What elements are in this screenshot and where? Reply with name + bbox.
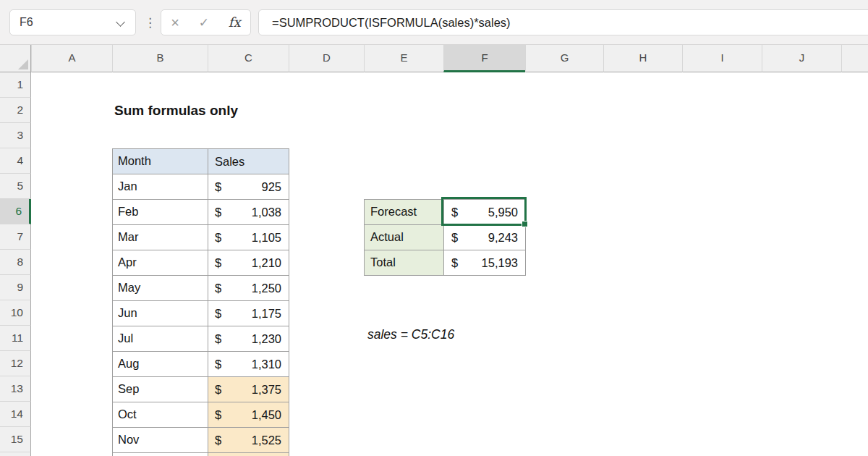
- row-header-16[interactable]: 16: [0, 452, 31, 456]
- cell-month[interactable]: Nov: [113, 428, 208, 453]
- enter-button[interactable]: ✓: [199, 17, 209, 29]
- currency-symbol: $: [215, 358, 221, 371]
- select-all-corner[interactable]: [0, 45, 31, 72]
- row-header-12[interactable]: 12: [0, 351, 31, 376]
- cell-month[interactable]: Jan: [113, 174, 208, 200]
- cell-month[interactable]: Aug: [113, 352, 208, 377]
- currency-symbol: $: [451, 231, 458, 245]
- column-header-g[interactable]: G: [525, 45, 603, 72]
- currency-symbol: $: [215, 383, 221, 397]
- named-range-note-cell[interactable]: sales = C5:C16: [367, 327, 454, 342]
- table-row: Sep $1,375: [113, 377, 289, 402]
- excel-window: F6 ⋮ × ✓ fx =SUMPRODUCT(ISFORMULA(sales)…: [0, 0, 868, 456]
- currency-symbol: $: [215, 180, 221, 194]
- summary-row: Forecast $5,950: [365, 200, 526, 225]
- cell-total-label[interactable]: Total: [365, 250, 444, 276]
- cell-total-value[interactable]: $15,193: [444, 250, 526, 276]
- summary-row: Total $15,193: [365, 250, 526, 276]
- name-box-value: F6: [10, 16, 33, 29]
- cell-actual-value[interactable]: $9,243: [444, 225, 526, 250]
- cell-month[interactable]: May: [113, 276, 208, 301]
- table-row: Nov $1,525: [113, 428, 289, 453]
- currency-symbol: $: [215, 206, 221, 219]
- row-header-11[interactable]: 11: [0, 326, 31, 351]
- more-options-icon: ⋮: [144, 15, 156, 30]
- cell-month[interactable]: Oct: [113, 402, 208, 428]
- cell-sales-highlighted[interactable]: $1,375: [208, 377, 289, 402]
- column-header-e[interactable]: E: [364, 45, 443, 72]
- currency-symbol: $: [215, 231, 221, 245]
- name-box[interactable]: F6: [9, 9, 136, 35]
- column-header-h[interactable]: H: [603, 45, 682, 72]
- cell-sales[interactable]: $1,310: [208, 352, 289, 377]
- column-header-b[interactable]: B: [112, 45, 208, 72]
- chevron-down-icon[interactable]: [116, 17, 125, 27]
- column-header-partial[interactable]: [841, 45, 868, 72]
- header-cell-sales[interactable]: Sales: [208, 149, 289, 174]
- table-row: Aug $1,310: [113, 352, 289, 377]
- column-header-i[interactable]: I: [682, 45, 762, 72]
- cell-month[interactable]: Jun: [113, 301, 208, 326]
- row-header-6-selected[interactable]: 6: [0, 199, 31, 224]
- cell-month[interactable]: [113, 453, 208, 456]
- cell-month[interactable]: Jul: [113, 326, 208, 352]
- currency-symbol: $: [215, 282, 221, 295]
- row-header-2[interactable]: 2: [0, 98, 31, 123]
- currency-symbol: $: [215, 434, 221, 447]
- row-header-15[interactable]: 15: [0, 427, 31, 452]
- sheet-title-cell[interactable]: Sum formulas only: [114, 103, 238, 119]
- column-header-a[interactable]: A: [31, 45, 112, 72]
- row-header-8[interactable]: 8: [0, 250, 31, 275]
- table-row: Jan $925: [113, 174, 289, 200]
- row-header-14[interactable]: 14: [0, 402, 31, 427]
- cell-sales[interactable]: $1,230: [208, 326, 289, 352]
- row-header-3[interactable]: 3: [0, 123, 31, 148]
- table-row: Feb $1,038: [113, 200, 289, 225]
- table-row: Oct $1,450: [113, 402, 289, 428]
- cell-sales[interactable]: $1,175: [208, 301, 289, 326]
- fill-handle[interactable]: [522, 221, 528, 227]
- cell-sales[interactable]: $1,105: [208, 225, 289, 250]
- cell-forecast-value-selected[interactable]: $5,950: [444, 200, 526, 225]
- cell-sales[interactable]: $925: [208, 174, 289, 200]
- summary-row: Actual $9,243: [365, 225, 526, 250]
- row-header-10[interactable]: 10: [0, 300, 31, 326]
- cell-sales-highlighted[interactable]: $1,525: [208, 428, 289, 453]
- cell-sales[interactable]: $1,210: [208, 250, 289, 276]
- row-header-4[interactable]: 4: [0, 148, 31, 174]
- table-row: Jul $1,230: [113, 326, 289, 352]
- cell-month[interactable]: Feb: [113, 200, 208, 225]
- row-header-13[interactable]: 13: [0, 376, 31, 402]
- column-header-d[interactable]: D: [289, 45, 364, 72]
- cell-sales[interactable]: $1,250: [208, 276, 289, 301]
- column-header-j[interactable]: J: [762, 45, 841, 72]
- cell-month[interactable]: Mar: [113, 225, 208, 250]
- table-row: Mar $1,105: [113, 225, 289, 250]
- sales-table: Month Sales Jan $925 Feb $1,038 Mar $1,1…: [112, 148, 289, 456]
- column-header-c[interactable]: C: [208, 45, 289, 72]
- cell-forecast-label[interactable]: Forecast: [365, 200, 444, 225]
- cell-actual-label[interactable]: Actual: [365, 225, 444, 250]
- table-row: May $1,250: [113, 276, 289, 301]
- currency-symbol: $: [215, 408, 221, 422]
- row-header-7[interactable]: 7: [0, 224, 31, 250]
- cell-month[interactable]: Apr: [113, 250, 208, 276]
- summary-table: Forecast $5,950 Actual $9,243 Total $15,…: [364, 199, 526, 276]
- cell-sales[interactable]: $1,038: [208, 200, 289, 225]
- formula-input[interactable]: =SUMPRODUCT(ISFORMULA(sales)*sales): [258, 9, 868, 35]
- currency-symbol: $: [215, 332, 221, 346]
- row-header-1[interactable]: 1: [0, 72, 31, 98]
- cell-sales-highlighted[interactable]: $: [208, 453, 289, 456]
- formula-bar: F6 ⋮ × ✓ fx =SUMPRODUCT(ISFORMULA(sales)…: [0, 0, 868, 45]
- column-header-f-selected[interactable]: F: [443, 45, 525, 72]
- insert-function-button[interactable]: fx: [229, 16, 241, 29]
- table-header-row: Month Sales: [113, 149, 289, 174]
- formula-text: =SUMPRODUCT(ISFORMULA(sales)*sales): [259, 16, 511, 30]
- currency-symbol: $: [215, 307, 221, 321]
- row-header-9[interactable]: 9: [0, 275, 31, 300]
- cancel-button[interactable]: ×: [171, 15, 179, 30]
- row-header-5[interactable]: 5: [0, 174, 31, 199]
- cell-sales-highlighted[interactable]: $1,450: [208, 402, 289, 428]
- cell-month[interactable]: Sep: [113, 377, 208, 402]
- header-cell-month[interactable]: Month: [113, 149, 208, 174]
